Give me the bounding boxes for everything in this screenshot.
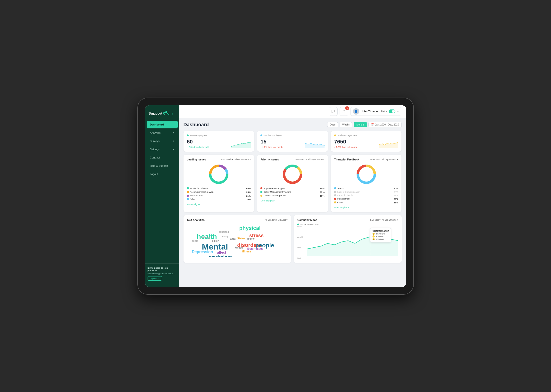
stat-value: 60	[187, 139, 209, 145]
all-departments-filter[interactable]: All Departments ▾	[382, 158, 398, 161]
bottom-cards: Text Analytics All Genders ▾ All Ages ▾ …	[184, 215, 402, 263]
word-cloud-word: workplace	[209, 254, 233, 257]
legend-item: Improve Peer Support 60%	[260, 187, 325, 190]
donut-chart-container	[260, 163, 325, 185]
header: 100 👤 John Thomas Status ▾	[179, 105, 406, 118]
priority-issues-donut	[282, 163, 303, 185]
word-cloud-word: costs	[192, 240, 198, 242]
arrow-down-icon: ↓	[334, 146, 335, 148]
sparkline-chart	[379, 140, 398, 148]
sidebar-item-settings[interactable]: Settings ▾	[147, 145, 178, 153]
stat-label: Inactive Employees	[263, 134, 282, 137]
status-section: Status	[380, 109, 395, 113]
all-genders-filter[interactable]: All Genders ▾	[265, 219, 277, 221]
insight-card-header: Priority Issues Last Month ▾ All Departm…	[260, 158, 325, 161]
insight-filters: Last Month ▾ All Departments ▾	[295, 158, 325, 161]
mood-chart: Great Alright Meh Bad	[297, 225, 398, 259]
date-range-picker[interactable]: 📅 Jan, 2020 - Dec, 2020	[368, 122, 401, 127]
page-title: Dashboard	[184, 122, 209, 127]
legend-item: Management 25%	[334, 198, 398, 200]
stat-card-header: Active Employees	[187, 134, 251, 137]
bottom-card-header: Company Mood Last Year ▾ All Departments…	[297, 218, 398, 221]
leading-issues-card: Leading Issues Last Month ▾ All Departme…	[184, 155, 254, 212]
status-toggle[interactable]	[389, 109, 395, 113]
stat-dot	[187, 134, 189, 136]
legend-item: Better Management Training 25%	[260, 191, 325, 193]
priority-issues-card: Priority Issues Last Month ▾ All Departm…	[257, 155, 328, 212]
legend-item: Work-Life Balance 50%	[187, 187, 251, 190]
more-insights-link[interactable]: More Insights ›	[187, 203, 251, 206]
user-section[interactable]: 👤 John Thomas Status ▾	[350, 107, 401, 116]
arrow-down-icon: ↓	[260, 146, 262, 148]
avatar: 👤	[353, 108, 359, 115]
insight-filters: Last Month ▾ All Departments ▾	[221, 158, 251, 161]
all-departments-filter[interactable]: All Departments ▾	[382, 219, 398, 221]
donut-chart-container	[334, 163, 398, 185]
last-month-filter[interactable]: Last Month ▾	[221, 158, 233, 161]
notification-badge: 100	[345, 106, 349, 110]
word-cloud-word: States	[237, 237, 245, 240]
tablet-frame: SupportRom Dashboard Analytics ▾ Surveys…	[138, 98, 413, 294]
sidebar-item-contract[interactable]: Contract	[147, 154, 178, 161]
y-axis-labels: Great Alright Meh Bad	[297, 225, 303, 259]
days-button[interactable]: Days	[327, 122, 338, 127]
notification-button[interactable]: 100	[340, 107, 348, 116]
main-content: 100 👤 John Thomas Status ▾ Dashboard	[179, 105, 406, 287]
copy-url-button[interactable]: Copy URL	[148, 276, 162, 281]
all-departments-filter[interactable]: All Departments ▾	[308, 158, 324, 161]
sidebar-item-dashboard[interactable]: Dashboard	[147, 121, 178, 128]
word-cloud-word: higher	[247, 237, 255, 240]
stat-label: Active Employees	[190, 134, 207, 137]
stat-card-body: 15 ↓ 1.3% than last month	[260, 139, 325, 148]
insight-title: Priority Issues	[260, 158, 279, 161]
stat-dot	[260, 134, 262, 136]
therapist-feedback-card: Therapist Feedback Last Month ▾ All Depa…	[331, 155, 402, 212]
stat-change: ↓ 1.2% than last month	[334, 146, 357, 148]
stat-dot	[334, 134, 336, 136]
last-month-filter[interactable]: Last Month ▾	[295, 158, 307, 161]
stat-change: ↑ 2.3% than last month	[187, 146, 209, 148]
sidebar-item-logout[interactable]: Logout	[147, 170, 178, 178]
sidebar-footer: Invite users to join platform https://ns…	[145, 263, 179, 283]
time-controls: Days Weeks Months 📅 Jan, 2020 - Dec, 202…	[327, 122, 401, 127]
word-cloud: physicalhealthstressMentaldisorderspeopl…	[187, 223, 288, 257]
all-departments-filter[interactable]: All Departments ▾	[234, 158, 251, 161]
sidebar-item-help-support[interactable]: Help & Support	[147, 162, 178, 170]
word-cloud-word: United	[235, 246, 243, 249]
therapist-feedback-legend: Stress 50% Lack of Communication 30% Lac…	[334, 187, 398, 204]
date-range-text: Jan, 2020 - Dec, 2020	[375, 123, 399, 126]
word-cloud-word: physical	[239, 225, 261, 231]
more-insights-link[interactable]: More Insights ›	[334, 206, 398, 209]
stat-card-body: 60 ↑ 2.3% than last month	[187, 139, 251, 148]
chat-button[interactable]	[329, 107, 338, 116]
tooltip-item: 😊 5% Alright	[372, 233, 389, 235]
sidebar-item-analytics[interactable]: Analytics ▾	[147, 129, 178, 137]
arrow-up-icon: ↑	[187, 146, 188, 148]
user-name: John Thomas	[361, 110, 379, 113]
legend-item: Other 25%	[334, 201, 398, 204]
sparkline-chart	[231, 140, 251, 148]
insight-card-header: Leading Issues Last Month ▾ All Departme…	[187, 158, 251, 161]
sidebar-nav: Dashboard Analytics ▾ Surveys ▾ Settings…	[145, 120, 179, 261]
mood-date-range: Jan, 2020 - Dec, 2020	[297, 223, 398, 225]
y-label: Meh	[297, 247, 303, 249]
word-cloud-word: reported	[219, 231, 229, 233]
weeks-button[interactable]: Weeks	[340, 122, 352, 127]
months-button[interactable]: Months	[354, 122, 367, 127]
all-ages-filter[interactable]: All Ages ▾	[278, 219, 288, 221]
legend-item: Absenteeism 15%	[187, 194, 251, 197]
more-insights-link[interactable]: More Insights ›	[260, 200, 325, 202]
sidebar-item-surveys[interactable]: Surveys ▾	[147, 137, 178, 145]
tooltip-item: 😐 80% Meh	[372, 235, 389, 238]
word-cloud-word: care	[230, 237, 236, 240]
calendar-icon: 📅	[371, 123, 374, 126]
stat-card-inactive-employees: Inactive Employees 15 ↓ 1.3% than last m…	[257, 131, 328, 152]
card-title: Company Mood	[297, 218, 317, 221]
last-month-filter[interactable]: Last Month ▾	[369, 158, 381, 161]
y-label: Great	[297, 225, 303, 228]
last-year-filter[interactable]: Last Year ▾	[370, 219, 381, 221]
svg-marker-2	[379, 142, 398, 148]
insight-card-header: Therapist Feedback Last Month ▾ All Depa…	[334, 158, 398, 161]
priority-issues-legend: Improve Peer Support 60% Better Manageme…	[260, 187, 325, 197]
sparkline-chart	[305, 140, 325, 148]
